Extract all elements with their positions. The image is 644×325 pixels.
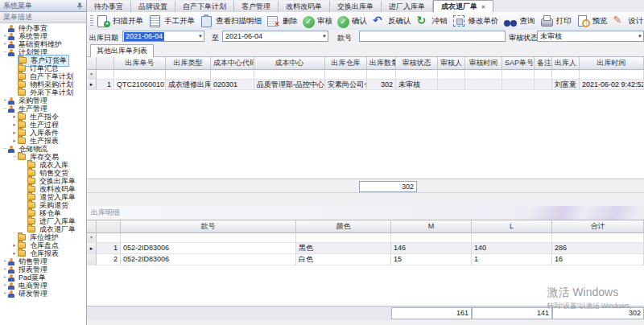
- grid-filter-row[interactable]: ▾: [87, 70, 644, 80]
- tab-待办事宜[interactable]: 待办事宜: [87, 1, 131, 12]
- tree-expand-icon[interactable]: +: [2, 41, 8, 47]
- filter-cell[interactable]: [580, 70, 644, 80]
- tab-进厂入库单[interactable]: 进厂入库单: [382, 1, 433, 12]
- column-header-出库人[interactable]: 出库人: [552, 57, 580, 70]
- column-header-出库仓库[interactable]: 出库仓库: [325, 57, 367, 70]
- filter-cell[interactable]: [472, 233, 552, 243]
- column-header-L[interactable]: L: [472, 220, 552, 233]
- tree-expand-icon[interactable]: ▸: [11, 130, 18, 136]
- chevron-down-icon[interactable]: ▼: [638, 34, 642, 39]
- cell[interactable]: [438, 80, 465, 90]
- tree-expand-icon[interactable]: −: [2, 105, 8, 112]
- tree-expand-icon[interactable]: +: [2, 274, 8, 281]
- tree-expand-icon[interactable]: +: [2, 266, 8, 273]
- cell[interactable]: 15: [391, 254, 472, 265]
- cell[interactable]: 286: [552, 243, 644, 254]
- cell[interactable]: 2021-06-02 9:42:52: [580, 80, 644, 90]
- toolbar-grip-icon[interactable]: [90, 15, 93, 27]
- filter-cell[interactable]: [391, 233, 472, 243]
- 反确认-button[interactable]: 反确认: [372, 14, 411, 27]
- filter-cell[interactable]: [367, 70, 396, 80]
- 冲销-button[interactable]: 冲销: [416, 14, 448, 27]
- date-from-combo[interactable]: 2021-06-04 ▼: [122, 31, 204, 42]
- column-header-出库时间[interactable]: 出库时间: [580, 57, 644, 70]
- 设计-button[interactable]: 设计: [613, 14, 644, 27]
- column-header-成本中心代码[interactable]: 成本中心代码: [211, 57, 254, 70]
- filter-cell[interactable]: [325, 70, 367, 80]
- cell[interactable]: 黑色: [296, 243, 391, 254]
- column-header-M[interactable]: M: [391, 220, 472, 233]
- 打印-button[interactable]: 打印: [540, 14, 572, 27]
- table-row[interactable]: ▸1QTC21060010成衣缝修出库020301品质管理部-品控中心安素尚公司…: [87, 80, 644, 90]
- pin-icon[interactable]: [76, 2, 83, 10]
- column-header-出库数量[interactable]: 出库数量: [367, 57, 396, 70]
- tree-expand-icon[interactable]: +: [2, 290, 8, 297]
- filter-cell[interactable]: [121, 233, 296, 243]
- tab-other-outbound-list[interactable]: 其他出库单列表: [90, 44, 154, 57]
- 确认-button[interactable]: 确认: [337, 15, 367, 27]
- tree-expand-icon[interactable]: +: [2, 258, 8, 265]
- tab-客户管理[interactable]: 客户管理: [234, 1, 279, 12]
- tree-expand-icon[interactable]: ▸: [11, 113, 18, 120]
- filter-cell[interactable]: [502, 70, 535, 80]
- 扫描开单-button[interactable]: 扫描开单: [97, 14, 143, 27]
- column-header-款号[interactable]: 款号: [121, 220, 296, 233]
- filter-cell[interactable]: [396, 70, 438, 80]
- filter-cell[interactable]: [166, 70, 211, 80]
- 审核-button[interactable]: 审核: [303, 15, 332, 27]
- tree-expand-icon[interactable]: −: [2, 146, 8, 152]
- cell[interactable]: 052-2ID83006: [121, 243, 296, 254]
- cell[interactable]: 052-2ID83006: [121, 254, 296, 265]
- date-to-combo[interactable]: 2021-06-04 ▼: [222, 31, 328, 42]
- column-header-出库单号[interactable]: 出库单号: [114, 57, 166, 70]
- 修改单价-button[interactable]: 修改单价: [452, 14, 499, 27]
- cell[interactable]: 140: [472, 243, 552, 254]
- cell[interactable]: 020301: [211, 80, 254, 90]
- style-input[interactable]: [359, 31, 506, 42]
- column-header-颜色[interactable]: 颜色: [296, 220, 391, 233]
- filter-cell[interactable]: [552, 70, 580, 80]
- filter-cell[interactable]: [296, 233, 391, 243]
- cell[interactable]: 刘富意: [552, 80, 580, 90]
- 手工开单-button[interactable]: 手工开单: [148, 14, 195, 27]
- chevron-down-icon[interactable]: ▼: [322, 34, 327, 39]
- tree-expand-icon[interactable]: +: [2, 282, 8, 289]
- cell[interactable]: 未审核: [396, 80, 438, 90]
- 查询-button[interactable]: 查询: [504, 14, 535, 27]
- tab-成衣退厂单[interactable]: 成衣退厂单×: [433, 0, 493, 12]
- column-header-SAP单号[interactable]: SAP单号: [502, 57, 535, 70]
- tree-expand-icon[interactable]: ▸: [11, 242, 18, 249]
- cell[interactable]: 白色: [296, 254, 391, 265]
- tree-expand-icon[interactable]: −: [11, 154, 18, 160]
- tab-交换出库单[interactable]: 交换出库单: [330, 1, 382, 12]
- column-header-成本中心[interactable]: 成本中心: [254, 57, 325, 70]
- tree-expand-icon[interactable]: −: [2, 49, 8, 56]
- filter-cell[interactable]: [438, 70, 465, 80]
- cell[interactable]: 302: [367, 80, 396, 90]
- table-row[interactable]: ▸1052-2ID83006黑色146140286: [87, 243, 644, 254]
- tree-expand-icon[interactable]: +: [2, 33, 8, 39]
- column-header-审核状态[interactable]: 审核状态: [396, 57, 438, 70]
- table-row[interactable]: 2052-2ID83006白色15116: [87, 254, 644, 265]
- 查看扫描明细-button[interactable]: 查看扫描明细: [200, 14, 262, 27]
- cell[interactable]: QTC21060010: [114, 80, 166, 90]
- tab-改料改码单[interactable]: 改料改码单: [279, 1, 330, 12]
- status-combo[interactable]: 未审核 ▼: [537, 31, 644, 42]
- cell[interactable]: [465, 80, 502, 90]
- close-icon[interactable]: ×: [481, 3, 485, 10]
- cell[interactable]: 成衣缝修出库: [166, 80, 211, 90]
- cell[interactable]: 146: [391, 243, 472, 254]
- tab-自产下单计划[interactable]: 自产下单计划: [175, 1, 234, 12]
- cell[interactable]: 1: [472, 254, 552, 265]
- filter-cell[interactable]: [535, 70, 552, 80]
- column-header-审核人[interactable]: 审核人: [438, 57, 465, 70]
- sidebar-item-研发管理[interactable]: +研发管理: [0, 290, 86, 298]
- filter-cell[interactable]: [254, 70, 325, 80]
- grid-filter-row[interactable]: ▾: [87, 233, 644, 243]
- filter-cell[interactable]: [465, 70, 502, 80]
- column-header-审核时间[interactable]: 审核时间: [465, 57, 502, 70]
- tree-expand-icon[interactable]: +: [2, 97, 8, 104]
- cell[interactable]: [502, 80, 535, 90]
- filter-cell[interactable]: [211, 70, 254, 80]
- 预览-button[interactable]: 预览: [576, 14, 608, 27]
